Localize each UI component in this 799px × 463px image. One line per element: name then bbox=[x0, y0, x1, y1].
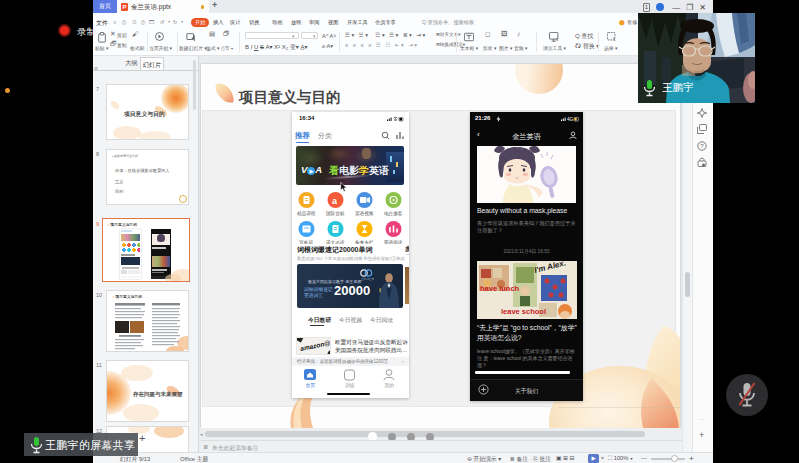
svg-text:项目意义与目的: 项目意义与目的 bbox=[123, 110, 165, 118]
svg-text:存在问题与未来展望: 存在问题与未来展望 bbox=[132, 391, 183, 398]
svg-text:leave school: leave school bbox=[501, 307, 546, 316]
svg-text:英语视频: 英语视频 bbox=[355, 210, 374, 217]
svg-text:国际音标: 国际音标 bbox=[326, 211, 345, 217]
svg-text:?: ? bbox=[700, 143, 704, 149]
svg-text:我的: 我的 bbox=[385, 382, 395, 389]
svg-text:4G: 4G bbox=[567, 117, 574, 122]
svg-text:双语阅读: 双语阅读 bbox=[384, 239, 403, 244]
svg-text:课文必读: 课文必读 bbox=[326, 239, 345, 244]
svg-text:全球词汇营: 全球词汇营 bbox=[361, 277, 374, 281]
svg-text:电台播客: 电台播客 bbox=[384, 211, 403, 217]
svg-text:首页: 首页 bbox=[306, 383, 316, 389]
svg-text:训练: 训练 bbox=[344, 383, 355, 388]
svg-text:备考专栏: 备考专栏 bbox=[355, 240, 374, 244]
svg-text:have lunch: have lunch bbox=[480, 284, 520, 293]
svg-text:x: x bbox=[556, 36, 559, 42]
svg-text:精品课程: 精品课程 bbox=[297, 210, 316, 217]
svg-text:背单词: 背单词 bbox=[299, 239, 313, 244]
